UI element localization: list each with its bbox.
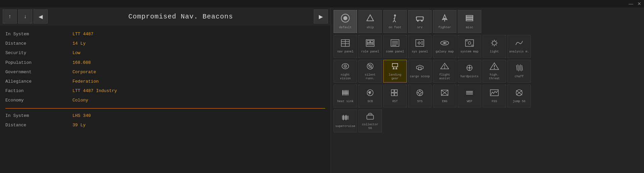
misc-icon xyxy=(465,13,474,25)
tab-srv[interactable]: srv xyxy=(408,10,432,33)
svg-line-77 xyxy=(521,64,521,71)
value-population: 168.608 xyxy=(72,60,91,66)
row-allegiance: Allegiance Federation xyxy=(5,77,325,86)
label-economy: Economy xyxy=(5,97,72,103)
sys-button[interactable]: SYS xyxy=(408,85,432,107)
upload-button[interactable]: ↑ xyxy=(3,9,17,24)
value-in-system-1: LTT 4487 xyxy=(72,31,93,37)
heat-sink-icon xyxy=(341,89,350,99)
value-distance-1: 14 Ly xyxy=(72,41,86,47)
tab-fighter[interactable]: fighter xyxy=(433,10,456,33)
night-vision-button[interactable]: night vision xyxy=(334,60,357,83)
rst-button[interactable]: RST xyxy=(383,85,407,107)
label-in-system-2: In System xyxy=(5,113,72,119)
svg-rect-24 xyxy=(367,41,370,43)
row-security: Security Low xyxy=(5,48,325,58)
tab-misc[interactable]: misc xyxy=(458,10,481,33)
flight-assist-icon xyxy=(440,62,449,72)
high-threat-button[interactable]: high. threat xyxy=(483,60,506,83)
tab-fighter-label: fighter xyxy=(438,26,451,30)
default-icon xyxy=(341,13,350,25)
nav-panel-button[interactable]: nav panel xyxy=(334,35,357,58)
mission-title: Compromised Nav. Beacons xyxy=(49,13,312,20)
svg-point-92 xyxy=(418,91,421,94)
next-button[interactable]: ▶ xyxy=(314,9,328,24)
collector56-button[interactable]: collector 56 xyxy=(358,110,382,132)
svg-point-54 xyxy=(345,66,346,67)
svg-point-41 xyxy=(466,40,467,41)
flight-assist-button[interactable]: flight assist xyxy=(433,60,456,83)
analysis-mode-button[interactable]: analysis m. xyxy=(507,35,531,58)
galaxy-map-button[interactable]: galaxy map xyxy=(433,35,456,58)
sys-panel-icon xyxy=(415,39,425,49)
system-map-button[interactable]: system map xyxy=(458,35,481,58)
close-button[interactable]: ✕ xyxy=(637,1,641,6)
jump56-button[interactable]: jump 56 xyxy=(507,85,531,107)
value-security: Low xyxy=(72,50,80,56)
fss-icon xyxy=(490,89,499,99)
svg-line-76 xyxy=(519,65,520,71)
role-panel-button[interactable]: role panel xyxy=(358,35,382,58)
galaxy-map-icon xyxy=(440,39,449,49)
jump56-icon xyxy=(514,89,524,99)
comm-panel-icon xyxy=(390,39,400,49)
tab-default[interactable]: default xyxy=(334,10,357,33)
chaff-icon xyxy=(514,64,524,74)
hardpoints-button[interactable]: hardpoints xyxy=(458,60,481,83)
svg-point-40 xyxy=(468,42,471,44)
label-allegiance: Allegiance xyxy=(5,79,72,85)
svg-line-6 xyxy=(394,20,396,22)
svg-rect-88 xyxy=(395,90,397,92)
label-security: Security xyxy=(5,50,72,56)
nav-panel-icon xyxy=(341,39,350,49)
toolbar: ↑ ↓ ◀ Compromised Nav. Beacons ▶ xyxy=(0,7,331,26)
back-button[interactable]: ◀ xyxy=(34,9,48,24)
rst-label: RST xyxy=(392,100,398,103)
eng-label: ENG xyxy=(442,100,447,103)
svg-rect-8 xyxy=(416,17,423,20)
wep-button[interactable]: WEP xyxy=(458,85,481,107)
heat-sink-button[interactable]: heat sink xyxy=(334,85,357,107)
svg-rect-17 xyxy=(466,17,473,19)
wep-label: WEP xyxy=(467,100,472,103)
svg-line-51 xyxy=(492,45,493,45)
hardpoints-label: hardpoints xyxy=(460,75,479,79)
eng-button[interactable]: ENG xyxy=(433,85,456,107)
galaxy-map-label: galaxy map xyxy=(436,50,454,54)
sys-panel-button[interactable]: sys panel xyxy=(408,35,432,58)
light-button[interactable]: light xyxy=(483,35,506,58)
svg-point-38 xyxy=(444,42,445,44)
chaff-button[interactable]: chaff xyxy=(507,60,531,83)
title-bar: — ✕ xyxy=(0,0,644,7)
cargo-scoop-button[interactable]: cargo scoop xyxy=(408,60,432,83)
scb-button[interactable]: SCB xyxy=(358,85,382,107)
label-distance-2: Distance xyxy=(5,122,72,128)
fss-button[interactable]: FSS xyxy=(483,85,506,107)
svg-line-10 xyxy=(423,17,424,18)
eng-icon xyxy=(440,89,449,99)
value-allegiance: Federation xyxy=(72,79,99,85)
tab-ship-label: ship xyxy=(366,26,374,30)
value-in-system-2: LHS 340 xyxy=(72,113,91,119)
silent-running-button[interactable]: silent runn. xyxy=(358,60,382,83)
comm-panel-label: comm panel xyxy=(386,50,404,54)
supercruise-button[interactable]: supercruise xyxy=(334,110,357,132)
light-label: light xyxy=(490,50,499,54)
landing-gear-button[interactable]: landing gear xyxy=(383,60,407,83)
svg-rect-87 xyxy=(391,90,394,92)
svg-rect-89 xyxy=(391,93,394,96)
hardpoints-icon xyxy=(465,64,474,74)
download-button[interactable]: ↓ xyxy=(18,9,32,24)
tab-on-foot[interactable]: on foot xyxy=(383,10,407,33)
row-population: Population 168.608 xyxy=(5,58,325,68)
comm-panel-button[interactable]: comm panel xyxy=(383,35,407,58)
svg-point-12 xyxy=(421,20,423,22)
heat-sink-label: heat sink xyxy=(337,100,354,103)
scb-label: SCB xyxy=(367,100,373,103)
tab-ship[interactable]: ship xyxy=(358,10,382,33)
tab-srv-label: srv xyxy=(417,26,423,30)
fss-label: FSS xyxy=(492,100,497,103)
wep-icon xyxy=(465,89,474,99)
svg-point-66 xyxy=(444,67,445,68)
minimize-button[interactable]: — xyxy=(629,1,633,6)
